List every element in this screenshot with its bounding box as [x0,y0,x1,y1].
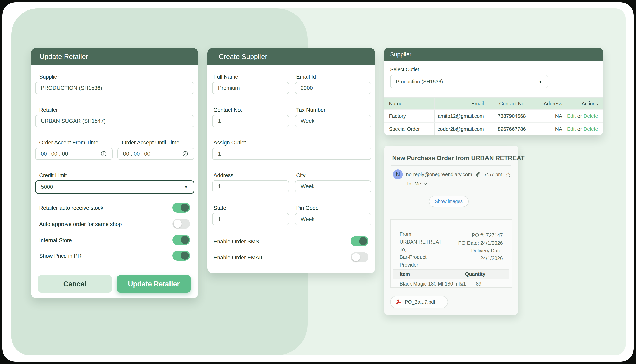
assign-outlet-input[interactable]: 1 [212,148,371,160]
pdf-attachment-chip[interactable]: PO_Ba...7.pdf [390,296,448,308]
from-time-value: 00 : 00 : 00 [41,151,68,157]
email-time: 7:57 pm [484,172,502,177]
email-subject: New Purchase Order from URBAN RETREAT [392,154,524,162]
update-retailer-title: Update Retailer [40,53,88,60]
or-separator: or [576,126,584,132]
show-images-button[interactable]: Show images [429,196,468,207]
po-item-name: Black Magic 180 Ml 180 ml&1 [400,281,466,287]
tax-number-input[interactable]: Week [295,115,371,127]
toggle-label-order-sms: Enable Order SMS [214,238,259,245]
avatar-letter: N [396,171,400,178]
email-sender: no-reply@onegreendiary.com [406,172,472,177]
cell-name: Special Order [384,123,434,135]
po-to-value-1: Bar-Product [400,254,426,260]
col-header-email: Email [434,98,489,109]
email-id-label: Email Id [296,74,316,80]
delete-link[interactable]: Delete [584,113,598,119]
toggle-label-auto-receive: Retailer auto receive stock [39,205,103,211]
toggle-knob [174,220,182,228]
table-row: Factory amitp12@gmail.com 7387904568 NA … [384,109,603,122]
cell-contact: 7387904568 [489,110,531,122]
cell-name: Factory [384,110,434,122]
po-to-value-2: Provider [400,262,418,268]
delete-link[interactable]: Delete [584,126,598,132]
address-input[interactable]: 1 [212,180,289,192]
state-input[interactable]: 1 [212,213,289,225]
full-name-label: Full Name [214,74,238,80]
toggle-knob [352,253,360,261]
email-to-line[interactable]: To: Me [406,181,428,187]
chevron-down-icon: ▼ [184,184,188,190]
toggle-enable-order-email[interactable] [351,252,368,262]
edit-link[interactable]: Edit [567,126,576,132]
order-accept-from-label: Order Accept From Time [39,140,98,146]
contact-no-value: 1 [218,118,221,124]
address-label: Address [214,172,234,178]
star-icon[interactable]: ☆ [505,170,511,178]
toggle-label-internal-store: Internal Store [39,237,72,244]
chevron-down-icon: ▼ [538,79,542,84]
order-accept-from-input[interactable]: 00 : 00 : 00 [35,148,112,160]
col-header-contact: Contact No. [489,98,531,109]
pin-code-label: Pin Code [296,205,318,211]
tax-number-value: Week [301,118,314,124]
supplier-value: PRODUCTION (SH1536) [41,85,102,91]
toggle-enable-order-sms[interactable] [351,236,368,246]
retailer-value: URBAN SUGAR (SH1547) [41,118,106,124]
toggle-internal-store[interactable] [172,235,190,245]
email-id-value: 2000 [301,85,313,91]
cancel-button[interactable]: Cancel [38,275,112,292]
email-id-input[interactable]: 2000 [295,82,371,94]
supplier-table-header-row: Name Email Contact No. Address Actions [384,97,603,109]
attachment-filename: PO_Ba...7.pdf [405,299,435,305]
contact-no-label: Contact No. [214,107,242,113]
avatar: N [393,170,403,179]
supplier-input[interactable]: PRODUCTION (SH1536) [35,82,194,94]
cell-address: NA [531,110,567,122]
cell-email: amitp12@gmail.com [434,110,489,122]
chevron-down-icon [423,182,428,186]
toggle-auto-approve-order[interactable] [172,219,190,229]
select-outlet-dropdown[interactable]: Production (SH1536) ▼ [390,75,548,88]
po-date: PO Date: 24/1/2026 [458,240,503,246]
assign-outlet-label: Assign Outlet [214,140,246,146]
full-name-input[interactable]: Premium [212,82,289,94]
po-delivery-label: Delivery Date: [471,248,503,254]
to-value: Me [415,181,421,187]
email-meta: 7:57 pm ☆ [475,170,511,178]
paperclip-icon [475,171,481,177]
toggle-show-price-pr[interactable] [172,250,190,261]
city-input[interactable]: Week [295,180,371,192]
contact-no-input[interactable]: 1 [212,115,289,127]
credit-limit-value: 5000 [41,184,53,190]
full-name-value: Premium [218,85,240,91]
state-value: 1 [218,216,221,222]
supplier-panel: Supplier Select Outlet Production (SH153… [384,48,603,135]
update-retailer-button[interactable]: Update Retailer [117,275,191,292]
supplier-panel-header: Supplier [384,48,603,61]
order-accept-until-input[interactable]: 00 : 00 : 00 [118,148,194,160]
toggle-knob [359,237,367,245]
toggle-auto-receive-stock[interactable] [172,202,190,213]
create-supplier-title: Create Supplier [219,53,267,60]
quantity-header: Quantity [465,271,486,277]
toggle-label-show-price: Show Price in PR [39,253,82,259]
po-items-header: Item Quantity [394,269,509,279]
retailer-input[interactable]: URBAN SUGAR (SH1547) [35,115,194,127]
update-retailer-header: Update Retailer [31,48,198,65]
clock-icon[interactable] [182,150,188,157]
update-retailer-panel: Update Retailer Supplier PRODUCTION (SH1… [31,48,198,298]
or-separator: or [576,113,584,119]
retailer-label: Retailer [39,107,58,113]
credit-limit-select[interactable]: 5000 ▼ [35,180,194,194]
toggle-knob [181,252,189,260]
po-to-label: To, [400,246,406,252]
pin-code-input[interactable]: Week [295,213,371,225]
credit-limit-label: Credit Limit [39,172,67,178]
po-delivery-value: 24/1/2026 [480,256,503,261]
clock-icon[interactable] [100,150,107,157]
col-header-address: Address [531,98,567,109]
po-number: PO #: 727147 [472,232,503,238]
edit-link[interactable]: Edit [567,113,576,119]
toggle-knob [181,204,189,212]
